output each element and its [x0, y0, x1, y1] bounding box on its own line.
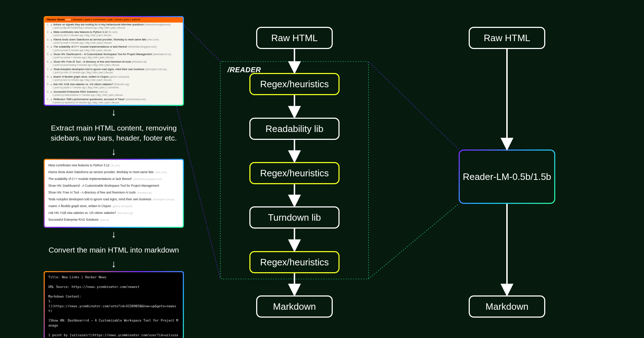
hn-header: Hacker News new | threads | past | comme…	[45, 17, 183, 23]
extracted-row: Asami: A flexible graph store, written i…	[48, 203, 179, 210]
hn-row: 4. ▲ The scalability of C++ module imple…	[45, 45, 183, 49]
extracted-row: Show HN: Free AI Tool - A directory of f…	[48, 189, 179, 196]
right-raw-html-box: Raw HTML	[469, 27, 545, 49]
hn-subline: 1 point by ByondTrustfulTing 0 minutes a…	[45, 26, 183, 30]
markdown-output-thumbnail: Title: New Links | Hacker News URL Sourc…	[44, 271, 184, 338]
hn-row: 6. ▲ Show HN: Free AI Tool – A directory…	[45, 60, 183, 64]
svg-line-4	[369, 204, 459, 279]
hn-new: new	[65, 18, 71, 21]
center-regex1-box: Regex/heuristics	[249, 73, 340, 95]
hn-row: 1. ▲ Reflection 70B's performance questi…	[45, 97, 183, 101]
hn-subline: 1 point by todi 12 minutes ago | flag | …	[45, 79, 183, 82]
hn-rows: 1. ▲ Advice on signals they are looking …	[45, 23, 183, 105]
extracted-row: Meta contributes new features to Python …	[48, 162, 179, 169]
extracted-html-thumbnail: Meta contributes new features to Python …	[44, 159, 184, 228]
caption-extract-line2: sidebars, nav bars, header, footer etc.	[51, 134, 177, 142]
center-regex3-label: Regex/heuristics	[260, 257, 329, 268]
hn-row: 0. ▲ Successful Enterprise RAG Solutions…	[45, 90, 183, 94]
hn-row: 2. ▲ Meta contributes new features to Py…	[45, 30, 183, 34]
caption-extract: Extract main HTML content, removing side…	[51, 123, 177, 143]
arrow-down-icon: ↓	[111, 107, 116, 117]
extracted-row: Successful Enterprise RAG Solutions(inte…	[48, 216, 179, 223]
hn-raw-thumbnail: Hacker News new | threads | past | comme…	[44, 16, 184, 106]
hn-row: 9. ▲ Ask HN: H1B visa salaries vs. US ci…	[45, 82, 183, 86]
hn-brand: Hacker News	[47, 18, 65, 21]
hn-row: 8. ▲ Asami: A flexible graph store, writ…	[45, 75, 183, 79]
center-raw-html-label: Raw HTML	[271, 33, 318, 44]
center-turndown-label: Turndown lib	[268, 212, 321, 223]
center-readability-box: Readability lib	[249, 118, 340, 140]
hn-subline: 1 point by liuochowang 3 minutes ago | f…	[45, 64, 183, 67]
hn-row: 1. ▲ Advice on signals they are looking …	[45, 23, 183, 26]
center-readability-label: Readability lib	[265, 123, 323, 134]
hn-nav: | threads | past | comments | ask | show…	[72, 18, 140, 21]
extracted-row: Tesla Autopilot developers told to ignor…	[48, 196, 179, 203]
hn-subline: 1 point by huah 4 minutes ago | flag | h…	[45, 41, 183, 45]
right-raw-html-label: Raw HTML	[484, 33, 530, 44]
terminal-text: Title: New Links | Hacker News URL Sourc…	[45, 272, 183, 338]
center-regex1-label: Regex/heuristics	[260, 79, 329, 90]
right-markdown-label: Markdown	[486, 301, 528, 312]
reader-lm-label: Reader-LM-0.5b/1.5b	[463, 171, 551, 182]
extracted-rows: Meta contributes new features to Python …	[45, 160, 183, 227]
center-markdown-box: Markdown	[256, 295, 333, 318]
hn-subline: 2 points by hadenmauive 17 minutes ago |…	[45, 94, 183, 97]
center-turndown-box: Turndown lib	[249, 206, 340, 229]
center-regex2-label: Regex/heuristics	[260, 168, 329, 179]
caption-extract-line1: Extract main HTML content, removing	[51, 124, 177, 132]
extracted-row: Show HN: Dashboarrrd - A Customizable Wo…	[48, 182, 179, 189]
hn-subline: 1 point by plydal 17 minutes ago | flag …	[45, 86, 183, 90]
center-markdown-label: Markdown	[273, 301, 316, 312]
reader-lm-box: Reader-LM-0.5b/1.5b	[459, 150, 555, 204]
hn-subline: 1 point by mhm 12 minutes ago | flag | h…	[45, 71, 183, 75]
hn-subline: 1 point by docc 3 minutes ago | flag | h…	[45, 34, 183, 38]
hn-row: 5. ▲ Show HN: Dashboarrrd – A Customizab…	[45, 52, 183, 56]
extracted-row: The scalability of C++ module implementa…	[48, 176, 179, 182]
hn-row: 3. ▲ Klarna shuts down Salesforce as ser…	[45, 38, 183, 41]
hn-subline: 2 points by seadbend 19 minutes ago | fl…	[45, 101, 183, 105]
svg-line-3	[369, 62, 459, 150]
right-markdown-box: Markdown	[469, 295, 545, 318]
hn-subline: 1 point by kvdd 4 minutes ago | flag | h…	[45, 49, 183, 53]
extracted-row: Klarna shuts down Salesforce as service …	[48, 169, 179, 176]
center-raw-html-box: Raw HTML	[256, 27, 333, 49]
arrow-down-icon: ↓	[111, 229, 116, 239]
center-regex3-box: Regex/heuristics	[249, 251, 340, 273]
center-regex2-box: Regex/heuristics	[249, 162, 340, 184]
caption-convert: Convert the main HTML into markdown	[49, 245, 179, 255]
arrow-down-icon: ↓	[111, 259, 116, 269]
hn-subline: 1 point by uzlizair 7 minutes ago | flag…	[45, 56, 183, 60]
extracted-row: Ask HN: H1B visa salaries vs. US citizen…	[48, 210, 179, 216]
hn-row: 7. ▲ Tesla Autopilot developers told to …	[45, 67, 183, 71]
arrow-down-icon: ↓	[111, 147, 116, 157]
left-example-column: Hacker News new | threads | past | comme…	[35, 16, 192, 338]
